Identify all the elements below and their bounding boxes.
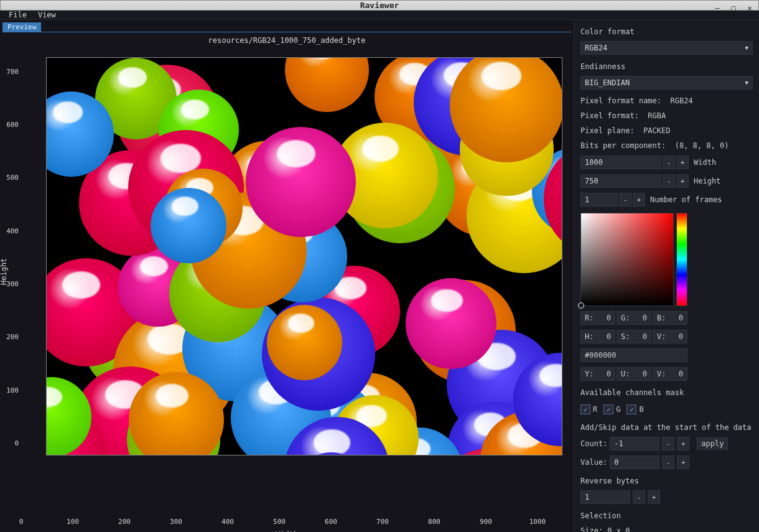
count-minus-button[interactable]: -	[662, 437, 674, 450]
count-label: Count:	[580, 439, 607, 448]
selection-label: Selection	[580, 510, 753, 523]
axis-y-ticks: 0100200300400500600700	[2, 45, 21, 443]
b-field[interactable]: B:0	[653, 311, 687, 325]
y-tick: 500	[6, 174, 19, 182]
pixel-format: Pixel format: RGBA	[580, 111, 753, 121]
x-tick: 300	[170, 518, 182, 526]
width-input[interactable]: 1000	[580, 156, 661, 169]
color-sv-picker[interactable]	[580, 213, 674, 306]
plot-area: resources/RGB24_1000_750_added_byte Heig…	[2, 32, 571, 532]
count-input[interactable]: -1	[610, 437, 659, 450]
width-minus-button[interactable]: -	[663, 156, 675, 169]
minimize-icon[interactable]: —	[712, 3, 722, 13]
chevron-down-icon: ▼	[745, 45, 748, 51]
h-field[interactable]: H:0	[580, 330, 615, 343]
image-canvas[interactable]	[46, 57, 562, 455]
y-tick: 200	[6, 333, 19, 341]
channels-label: Available channels mask	[580, 387, 753, 399]
height-minus-button[interactable]: -	[663, 174, 675, 188]
y-tick: 600	[6, 121, 19, 129]
value-minus-button[interactable]: -	[662, 455, 674, 469]
reverse-plus-button[interactable]: +	[648, 490, 660, 504]
width-plus-button[interactable]: +	[676, 156, 689, 169]
g-field[interactable]: G:0	[617, 311, 651, 325]
chevron-down-icon: ▼	[745, 80, 748, 86]
image-content	[285, 57, 369, 112]
x-tick: 400	[221, 518, 234, 526]
side-panel: Color format RGB24 ▼ Endianness BIG_ENDI…	[574, 20, 759, 532]
y-tick: 300	[6, 280, 19, 288]
endianness-label: Endianness	[580, 61, 753, 73]
y-tick: 700	[6, 67, 19, 75]
channel-r-checkbox[interactable]: ✓	[580, 404, 590, 414]
bits-per-component: Bits per component: (8, 8, 8, 0)	[580, 141, 753, 151]
x-tick: 0	[19, 518, 24, 526]
pixel-plane: Pixel plane: PACKED	[580, 126, 753, 136]
r-field[interactable]: R:0	[580, 311, 615, 325]
window-title: Raviewer	[360, 1, 399, 10]
endianness-select[interactable]: BIG_ENDIAN ▼	[580, 76, 753, 90]
y-field[interactable]: Y:0	[580, 367, 615, 381]
pixel-format-name: Pixel format name: RGB24	[580, 96, 753, 106]
y-tick: 400	[6, 226, 19, 235]
image-content	[267, 305, 343, 381]
color-format-label: Color format	[580, 26, 753, 39]
channel-g-checkbox[interactable]: ✓	[603, 404, 613, 414]
apply-button[interactable]: apply	[697, 437, 728, 450]
menu-view[interactable]: View	[38, 11, 56, 19]
tab-preview[interactable]: Preview	[2, 22, 41, 32]
color-sv-cursor[interactable]	[578, 302, 584, 309]
image-content	[151, 188, 226, 264]
x-tick: 100	[67, 518, 79, 526]
count-plus-button[interactable]: +	[677, 437, 689, 450]
value-label: Value:	[580, 458, 607, 467]
frames-label: Number of frames	[646, 195, 722, 204]
y-tick: 0	[14, 439, 19, 447]
image-content	[246, 127, 356, 237]
color-hue-strip[interactable]	[676, 213, 687, 306]
x-tick: 900	[480, 518, 492, 526]
x-tick: 1000	[529, 518, 546, 526]
maximize-icon[interactable]: ▢	[729, 3, 738, 13]
plot-title: resources/RGB24_1000_750_added_byte	[2, 36, 571, 45]
height-plus-button[interactable]: +	[676, 174, 689, 188]
image-content	[406, 278, 496, 368]
x-tick: 500	[273, 518, 286, 526]
frames-input[interactable]: 1	[580, 193, 618, 207]
menubar: File View	[0, 11, 759, 20]
x-tick: 800	[428, 518, 440, 526]
app-window: Raviewer — ▢ ✕ File View Preview resourc…	[0, 0, 759, 532]
v2-field[interactable]: V:0	[653, 367, 687, 381]
width-label: Width	[690, 158, 716, 167]
height-label: Height	[690, 177, 720, 185]
reverse-label: Reverse bytes	[580, 475, 753, 488]
titlebar: Raviewer — ▢ ✕	[0, 0, 759, 11]
color-format-select[interactable]: RGB24 ▼	[580, 41, 753, 55]
value-plus-button[interactable]: +	[677, 455, 689, 469]
main-panel: Preview resources/RGB24_1000_750_added_b…	[0, 20, 574, 532]
hex-field[interactable]: #000000	[580, 348, 687, 362]
u-field[interactable]: U:0	[617, 367, 651, 381]
v-field[interactable]: V:0	[653, 330, 687, 343]
s-field[interactable]: S:0	[617, 330, 651, 343]
channel-b-checkbox[interactable]: ✓	[626, 404, 636, 414]
x-tick: 600	[325, 518, 337, 526]
reverse-input[interactable]: 1	[580, 490, 630, 504]
reverse-minus-button[interactable]: -	[633, 490, 645, 504]
frames-plus-button[interactable]: +	[633, 193, 645, 207]
menu-file[interactable]: File	[9, 11, 27, 19]
close-icon[interactable]: ✕	[745, 3, 755, 13]
height-input[interactable]: 750	[580, 174, 661, 188]
y-tick: 100	[6, 386, 19, 394]
axis-x-ticks: 01002003004005006007008009001000	[21, 516, 538, 529]
selection-size: Size: 0 x 0	[580, 525, 753, 532]
x-tick: 200	[118, 518, 131, 526]
x-tick: 700	[376, 518, 389, 526]
value-input[interactable]: 0	[610, 455, 659, 469]
tab-strip: Preview	[2, 21, 571, 32]
addskip-label: Add/Skip data at the start of the data	[580, 422, 753, 434]
frames-minus-button[interactable]: -	[619, 193, 631, 207]
